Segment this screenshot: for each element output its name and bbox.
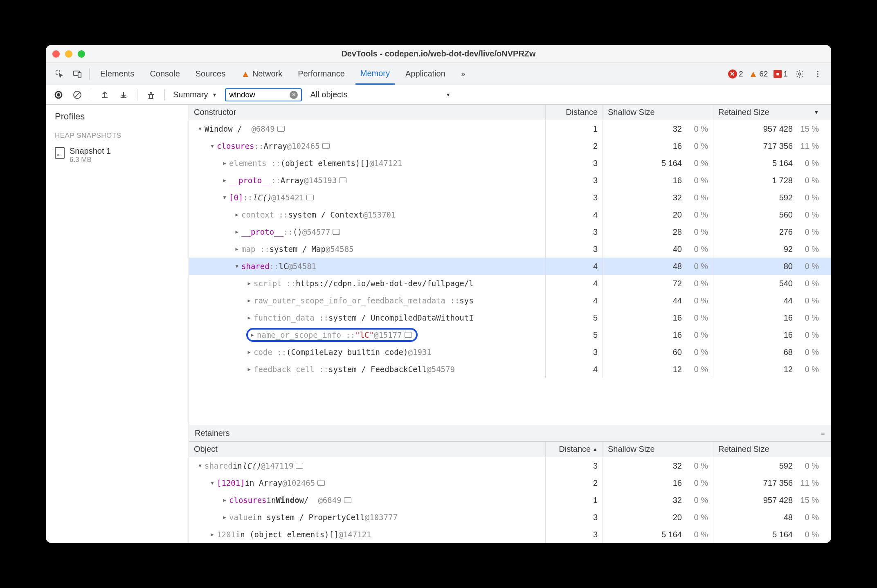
table-row[interactable]: closures in Window / @6849 1320 %957 428… — [189, 491, 831, 509]
settings-icon[interactable] — [794, 70, 806, 79]
tab-sources[interactable]: Sources — [191, 63, 230, 85]
table-row[interactable]: value in system / PropertyCell @10377732… — [189, 509, 831, 526]
distance-cell: 4 — [546, 361, 603, 378]
minimize-window-button[interactable] — [65, 50, 72, 58]
table-row[interactable]: Window / @6849 1320 %957 42815 % — [189, 120, 831, 137]
upload-icon[interactable] — [99, 90, 110, 99]
view-mode-select[interactable]: Summary ▼ — [173, 90, 217, 99]
more-menu-icon[interactable] — [812, 70, 824, 79]
tabs-overflow[interactable]: » — [456, 63, 470, 85]
tab-console[interactable]: Console — [145, 63, 184, 85]
chevron-down-icon: ▼ — [212, 92, 217, 98]
expand-toggle-icon[interactable] — [222, 177, 227, 183]
shallow-cell: 400 % — [603, 240, 713, 258]
expand-toggle-icon[interactable] — [246, 366, 252, 372]
table-row[interactable]: closures :: Array @102465 2160 %717 3561… — [189, 137, 831, 155]
sort-desc-icon: ▼ — [814, 109, 819, 115]
download-icon[interactable] — [118, 90, 129, 99]
distance-cell: 5 — [546, 309, 603, 326]
expand-toggle-icon[interactable] — [234, 246, 240, 252]
expand-toggle-icon[interactable] — [209, 480, 215, 486]
distance-cell: 4 — [546, 275, 603, 292]
col-constructor[interactable]: Constructor — [189, 105, 546, 120]
shallow-cell: 5 1640 % — [603, 155, 713, 172]
expand-toggle-icon[interactable] — [197, 126, 203, 132]
expand-toggle-icon[interactable] — [234, 212, 240, 218]
warning-count[interactable]: ▲ 62 — [749, 69, 768, 79]
table-row[interactable]: code :: (CompileLazy builtin code) @1931… — [189, 343, 831, 361]
col-retained[interactable]: Retained Size▼ — [713, 105, 824, 120]
expand-toggle-icon[interactable] — [209, 143, 215, 149]
expand-toggle-icon[interactable] — [234, 229, 240, 235]
shallow-cell: 200 % — [603, 509, 713, 526]
table-row[interactable]: script :: https://cdpn.io/web-dot-dev/fu… — [189, 275, 831, 292]
col-shallow-ret[interactable]: Shallow Size — [603, 442, 713, 457]
col-shallow[interactable]: Shallow Size — [603, 105, 713, 120]
inspect-element-icon[interactable] — [53, 70, 65, 79]
object-name-cell: shared :: lC @54581 — [189, 258, 546, 275]
clear-button[interactable] — [72, 90, 83, 99]
tab-performance[interactable]: Performance — [293, 63, 350, 85]
expand-toggle-icon[interactable] — [234, 263, 240, 269]
table-row[interactable]: [1201] in Array @102465 2160 %717 35611 … — [189, 474, 831, 491]
filter-text-field[interactable] — [229, 90, 286, 99]
object-name-cell: code :: (CompileLazy builtin code) @1931 — [189, 343, 546, 361]
table-row[interactable]: feedback_cell :: system / FeedbackCell @… — [189, 361, 831, 378]
class-filter-input[interactable]: ✕ — [225, 88, 302, 101]
device-toolbar-icon[interactable] — [71, 70, 83, 79]
tab-elements[interactable]: Elements — [95, 63, 139, 85]
expand-toggle-icon[interactable] — [209, 532, 215, 537]
object-name-cell: context :: system / Context @153701 — [189, 206, 546, 223]
sort-asc-icon: ▲ — [592, 446, 598, 452]
expand-toggle-icon[interactable] — [197, 463, 203, 469]
expand-toggle-icon[interactable] — [246, 281, 252, 286]
tab-network[interactable]: ▲Network — [236, 63, 287, 85]
constructors-body[interactable]: Window / @6849 1320 %957 42815 % closure… — [189, 120, 831, 378]
expand-toggle-icon[interactable] — [222, 160, 227, 166]
table-row[interactable]: raw_outer_scope_info_or_feedback_metadat… — [189, 292, 831, 309]
retainers-body[interactable]: shared in lC() @147119 3320 %5920 % [120… — [189, 457, 831, 543]
expand-toggle-icon[interactable] — [222, 195, 227, 200]
zoom-window-button[interactable] — [78, 50, 85, 58]
tab-application[interactable]: Application — [400, 63, 450, 85]
col-distance-ret[interactable]: Distance▲ — [546, 442, 603, 457]
table-row[interactable]: function_data :: system / UncompiledData… — [189, 309, 831, 326]
table-row[interactable]: shared in lC() @147119 3320 %5920 % — [189, 457, 831, 474]
object-filter-select[interactable]: All objects ▼ — [310, 90, 450, 99]
col-retained-ret[interactable]: Retained Size — [713, 442, 824, 457]
tab-memory[interactable]: Memory — [355, 63, 395, 85]
table-row[interactable]: context :: system / Context @1537014200 … — [189, 206, 831, 223]
issue-count[interactable]: ■ 1 — [774, 70, 788, 79]
table-row[interactable]: 1201 in (object elements)[] @14712135 16… — [189, 526, 831, 543]
clear-filter-icon[interactable]: ✕ — [290, 91, 298, 99]
gc-icon[interactable] — [146, 90, 156, 99]
expand-toggle-icon[interactable] — [250, 332, 255, 338]
expand-toggle-icon[interactable] — [222, 497, 227, 503]
retained-cell: 957 42815 % — [713, 491, 824, 509]
snapshot-item[interactable]: Snapshot 1 6.3 MB — [46, 143, 189, 167]
expand-toggle-icon[interactable] — [246, 298, 252, 303]
object-name-cell: [0] :: lC() @145421 — [189, 189, 546, 206]
object-name-cell: map :: system / Map @54585 — [189, 240, 546, 258]
table-row[interactable]: map :: system / Map @545853400 %920 % — [189, 240, 831, 258]
table-row[interactable]: name_or_scope_info :: "lC" @15177 5160 %… — [189, 326, 831, 343]
table-row[interactable]: shared :: lC @545814480 %800 % — [189, 258, 831, 275]
expand-toggle-icon[interactable] — [246, 315, 252, 321]
table-row[interactable]: elements :: (object elements)[] @1471213… — [189, 155, 831, 172]
col-object[interactable]: Object — [189, 442, 546, 457]
table-row[interactable]: __proto__ :: Array @145193 3160 %1 7280 … — [189, 172, 831, 189]
record-button[interactable] — [53, 90, 64, 99]
expand-toggle-icon[interactable] — [222, 514, 227, 520]
drag-handle-icon[interactable]: ≡ — [821, 430, 825, 437]
retainers-header[interactable]: Retainers ≡ — [189, 425, 831, 442]
table-row[interactable]: [0] :: lC() @145421 3320 %5920 % — [189, 189, 831, 206]
close-window-button[interactable] — [52, 50, 60, 58]
expand-toggle-icon[interactable] — [246, 349, 252, 355]
shallow-cell: 480 % — [603, 258, 713, 275]
object-name-cell: __proto__ :: () @54577 — [189, 223, 546, 240]
table-row[interactable]: __proto__ :: () @54577 3280 %2760 % — [189, 223, 831, 240]
object-name-cell: function_data :: system / UncompiledData… — [189, 309, 546, 326]
snapshot-name: Snapshot 1 — [70, 146, 111, 156]
col-distance[interactable]: Distance — [546, 105, 603, 120]
error-count[interactable]: ✕ 2 — [728, 70, 743, 79]
